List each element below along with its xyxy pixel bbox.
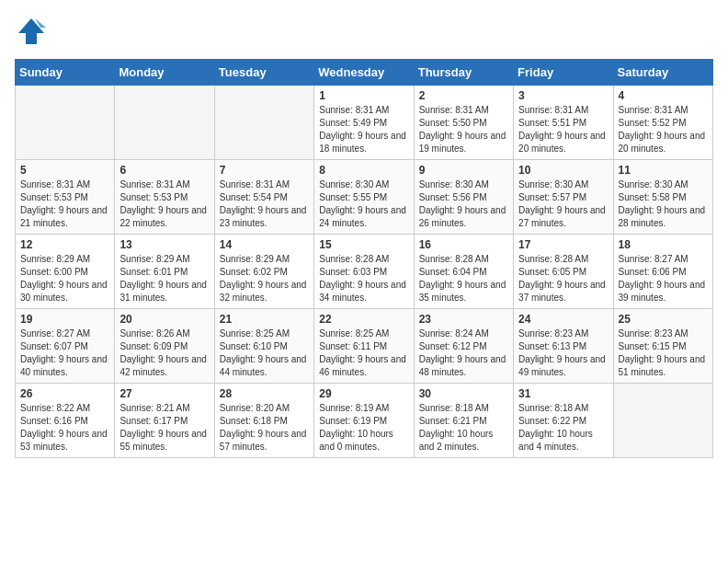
day-number: 20 bbox=[119, 313, 209, 326]
day-number: 17 bbox=[518, 238, 608, 251]
sunrise-text: Sunrise: 8:25 AM bbox=[319, 328, 389, 339]
daylight-text: Daylight: 9 hours and 23 minutes. bbox=[220, 205, 307, 228]
day-info: Sunrise: 8:31 AMSunset: 5:50 PMDaylight:… bbox=[419, 104, 508, 155]
day-info: Sunrise: 8:26 AMSunset: 6:09 PMDaylight:… bbox=[119, 327, 209, 379]
sunset-text: Sunset: 6:19 PM bbox=[319, 416, 387, 426]
sunset-text: Sunset: 6:17 PM bbox=[119, 416, 188, 426]
day-info: Sunrise: 8:27 AMSunset: 6:07 PMDaylight:… bbox=[20, 327, 109, 379]
sunrise-text: Sunrise: 8:23 AM bbox=[518, 328, 588, 339]
daylight-text: Daylight: 9 hours and 44 minutes. bbox=[220, 354, 307, 377]
calendar-cell: 4Sunrise: 8:31 AMSunset: 5:52 PMDaylight… bbox=[613, 86, 712, 160]
calendar-cell: 13Sunrise: 8:29 AMSunset: 6:01 PMDayligh… bbox=[115, 235, 214, 309]
sunrise-text: Sunrise: 8:27 AM bbox=[619, 254, 688, 264]
day-info: Sunrise: 8:23 AMSunset: 6:15 PMDaylight:… bbox=[619, 327, 708, 379]
day-number: 28 bbox=[220, 387, 309, 400]
day-number: 21 bbox=[220, 313, 309, 326]
day-number: 18 bbox=[619, 238, 708, 251]
day-number: 27 bbox=[119, 387, 209, 400]
daylight-text: Daylight: 10 hours and 0 minutes. bbox=[319, 429, 393, 452]
daylight-text: Daylight: 9 hours and 22 minutes. bbox=[119, 205, 207, 228]
day-number: 13 bbox=[119, 238, 209, 251]
daylight-text: Daylight: 9 hours and 42 minutes. bbox=[119, 354, 207, 377]
daylight-text: Daylight: 9 hours and 40 minutes. bbox=[20, 354, 108, 377]
day-info: Sunrise: 8:30 AMSunset: 5:58 PMDaylight:… bbox=[619, 178, 708, 230]
calendar-cell: 18Sunrise: 8:27 AMSunset: 6:06 PMDayligh… bbox=[613, 235, 712, 309]
sunrise-text: Sunrise: 8:18 AM bbox=[419, 403, 489, 413]
daylight-text: Daylight: 9 hours and 19 minutes. bbox=[419, 131, 506, 154]
sunrise-text: Sunrise: 8:24 AM bbox=[419, 328, 489, 339]
calendar-cell: 20Sunrise: 8:26 AMSunset: 6:09 PMDayligh… bbox=[115, 309, 214, 384]
sunset-text: Sunset: 6:03 PM bbox=[319, 267, 387, 277]
day-info: Sunrise: 8:28 AMSunset: 6:03 PMDaylight:… bbox=[319, 253, 408, 304]
daylight-text: Daylight: 9 hours and 20 minutes. bbox=[518, 131, 606, 154]
day-number: 12 bbox=[20, 238, 109, 251]
day-info: Sunrise: 8:31 AMSunset: 5:54 PMDaylight:… bbox=[220, 178, 309, 230]
day-number: 25 bbox=[619, 313, 708, 326]
calendar-cell: 2Sunrise: 8:31 AMSunset: 5:50 PMDaylight… bbox=[414, 86, 513, 160]
sunset-text: Sunset: 6:00 PM bbox=[20, 267, 88, 277]
day-info: Sunrise: 8:31 AMSunset: 5:49 PMDaylight:… bbox=[319, 104, 408, 155]
header-row: SundayMondayTuesdayWednesdayThursdayFrid… bbox=[16, 60, 713, 86]
day-info: Sunrise: 8:28 AMSunset: 6:05 PMDaylight:… bbox=[518, 253, 608, 304]
header-monday: Monday bbox=[115, 60, 214, 86]
daylight-text: Daylight: 9 hours and 55 minutes. bbox=[119, 429, 207, 452]
calendar-cell bbox=[115, 86, 214, 160]
sunrise-text: Sunrise: 8:28 AM bbox=[319, 254, 389, 264]
sunrise-text: Sunrise: 8:28 AM bbox=[419, 254, 489, 264]
sunrise-text: Sunrise: 8:31 AM bbox=[319, 105, 389, 115]
day-info: Sunrise: 8:21 AMSunset: 6:17 PMDaylight:… bbox=[119, 402, 209, 454]
sunset-text: Sunset: 5:58 PM bbox=[619, 192, 687, 202]
sunset-text: Sunset: 6:15 PM bbox=[619, 341, 687, 351]
sunrise-text: Sunrise: 8:29 AM bbox=[119, 254, 189, 264]
sunset-text: Sunset: 5:50 PM bbox=[419, 118, 487, 128]
calendar-cell: 5Sunrise: 8:31 AMSunset: 5:53 PMDaylight… bbox=[16, 160, 115, 235]
daylight-text: Daylight: 10 hours and 2 minutes. bbox=[419, 429, 494, 452]
sunrise-text: Sunrise: 8:31 AM bbox=[518, 105, 588, 115]
sunrise-text: Sunrise: 8:30 AM bbox=[518, 179, 588, 190]
daylight-text: Daylight: 9 hours and 21 minutes. bbox=[20, 205, 108, 228]
day-number: 8 bbox=[319, 164, 408, 177]
day-number: 29 bbox=[319, 387, 408, 400]
day-info: Sunrise: 8:29 AMSunset: 6:00 PMDaylight:… bbox=[20, 253, 109, 304]
logo bbox=[15, 15, 51, 48]
day-info: Sunrise: 8:31 AMSunset: 5:53 PMDaylight:… bbox=[119, 178, 209, 230]
day-number: 22 bbox=[319, 313, 408, 326]
sunrise-text: Sunrise: 8:23 AM bbox=[619, 328, 688, 339]
calendar-cell: 14Sunrise: 8:29 AMSunset: 6:02 PMDayligh… bbox=[214, 235, 313, 309]
calendar-cell: 22Sunrise: 8:25 AMSunset: 6:11 PMDayligh… bbox=[314, 309, 414, 384]
daylight-text: Daylight: 9 hours and 34 minutes. bbox=[319, 280, 406, 303]
sunrise-text: Sunrise: 8:31 AM bbox=[119, 179, 189, 190]
day-info: Sunrise: 8:25 AMSunset: 6:10 PMDaylight:… bbox=[220, 327, 309, 379]
day-info: Sunrise: 8:30 AMSunset: 5:56 PMDaylight:… bbox=[419, 178, 508, 230]
calendar-cell: 29Sunrise: 8:19 AMSunset: 6:19 PMDayligh… bbox=[314, 384, 414, 458]
calendar-cell: 23Sunrise: 8:24 AMSunset: 6:12 PMDayligh… bbox=[414, 309, 513, 384]
day-number: 24 bbox=[518, 313, 608, 326]
calendar-cell: 25Sunrise: 8:23 AMSunset: 6:15 PMDayligh… bbox=[613, 309, 712, 384]
page-header bbox=[15, 15, 713, 48]
daylight-text: Daylight: 9 hours and 39 minutes. bbox=[619, 280, 706, 303]
day-number: 7 bbox=[220, 164, 309, 177]
calendar-cell: 1Sunrise: 8:31 AMSunset: 5:49 PMDaylight… bbox=[314, 86, 414, 160]
calendar-cell: 11Sunrise: 8:30 AMSunset: 5:58 PMDayligh… bbox=[613, 160, 712, 235]
daylight-text: Daylight: 9 hours and 57 minutes. bbox=[220, 429, 307, 452]
week-row-5: 26Sunrise: 8:22 AMSunset: 6:16 PMDayligh… bbox=[16, 384, 713, 458]
daylight-text: Daylight: 9 hours and 53 minutes. bbox=[20, 429, 108, 452]
sunrise-text: Sunrise: 8:20 AM bbox=[220, 403, 290, 413]
calendar-table: SundayMondayTuesdayWednesdayThursdayFrid… bbox=[15, 59, 713, 458]
day-info: Sunrise: 8:18 AMSunset: 6:22 PMDaylight:… bbox=[518, 402, 608, 454]
header-wednesday: Wednesday bbox=[314, 60, 414, 86]
sunrise-text: Sunrise: 8:27 AM bbox=[20, 328, 90, 339]
day-info: Sunrise: 8:31 AMSunset: 5:53 PMDaylight:… bbox=[20, 178, 109, 230]
daylight-text: Daylight: 9 hours and 24 minutes. bbox=[319, 205, 406, 228]
calendar-cell bbox=[613, 384, 712, 458]
day-info: Sunrise: 8:22 AMSunset: 6:16 PMDaylight:… bbox=[20, 402, 109, 454]
sunset-text: Sunset: 5:56 PM bbox=[419, 192, 487, 202]
calendar-cell bbox=[214, 86, 313, 160]
sunset-text: Sunset: 6:13 PM bbox=[518, 341, 586, 351]
header-tuesday: Tuesday bbox=[214, 60, 313, 86]
sunrise-text: Sunrise: 8:22 AM bbox=[20, 403, 90, 413]
day-number: 15 bbox=[319, 238, 408, 251]
day-number: 10 bbox=[518, 164, 608, 177]
calendar-cell: 12Sunrise: 8:29 AMSunset: 6:00 PMDayligh… bbox=[16, 235, 115, 309]
sunset-text: Sunset: 5:49 PM bbox=[319, 118, 387, 128]
